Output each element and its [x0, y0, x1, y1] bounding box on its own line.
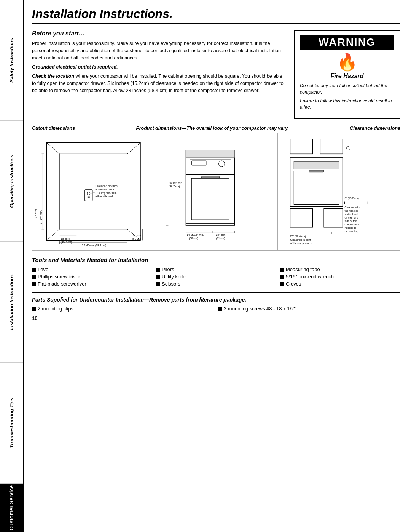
tools-section: Tools and Materials Needed for Installat…: [32, 257, 400, 287]
tool-measuring-tape: Measuring tape: [280, 266, 400, 273]
svg-rect-6: [85, 190, 92, 201]
tool-gloves: Gloves: [280, 281, 400, 287]
tool-bullet: [32, 275, 36, 279]
before-start-intro: Proper installation is your responsibili…: [32, 40, 285, 61]
tool-bullet: [156, 275, 160, 279]
svg-rect-56: [294, 171, 339, 205]
sidebar-label-safety: Safety Instructions: [9, 38, 14, 83]
part-mounting-screws: 2 mounting screws #8 - 18 x 1/2″: [218, 306, 400, 312]
tools-title: Tools and Materials Needed for Installat…: [32, 257, 400, 263]
svg-text:Clearance in front: Clearance in front: [290, 238, 311, 241]
svg-text:either side wall.: either side wall.: [96, 195, 114, 198]
svg-rect-31: [186, 150, 235, 158]
svg-text:the nearest: the nearest: [344, 209, 358, 212]
svg-rect-33: [192, 161, 207, 165]
tool-level: Level: [32, 266, 152, 273]
tool-measuring-tape-label: Measuring tape: [286, 267, 320, 272]
svg-text:(7.6 cm) min. from: (7.6 cm) min. from: [96, 192, 117, 195]
sidebar-section-customer: Customer Service: [0, 484, 23, 532]
svg-text:(61 cm): (61 cm): [216, 237, 225, 240]
sidebar-label-operating: Operating Instructions: [9, 155, 14, 208]
location-text: Check the location where your compactor …: [32, 73, 285, 94]
main-content: Installation Instructions. Before you st…: [24, 0, 411, 532]
svg-text:of the compactor is: of the compactor is: [290, 242, 312, 245]
svg-text:(87 cm): (87 cm): [35, 209, 37, 218]
clearance-dimensions-label: Clearance dimensions: [350, 126, 400, 131]
clearance-diagram-svg: 23" (58.4 cm) Clearance in front of the …: [280, 135, 398, 248]
svg-text:(45.7 cm): (45.7 cm): [61, 241, 72, 244]
before-start-section: Before you start… Proper installation is…: [32, 30, 400, 119]
parts-title: Parts Supplied for Undercounter Installa…: [32, 297, 400, 303]
tools-grid: Level Pliers Measuring tape Phillips scr…: [32, 266, 400, 287]
tool-gloves-label: Gloves: [286, 281, 301, 287]
tool-bullet: [280, 275, 284, 279]
svg-rect-52: [290, 139, 312, 154]
svg-line-14: [92, 192, 95, 193]
tool-bullet: [280, 282, 284, 286]
svg-text:34-1/8" min.: 34-1/8" min.: [169, 182, 183, 184]
tool-utility-knife: Utility knife: [156, 273, 276, 280]
tool-bullet: [32, 268, 36, 272]
svg-rect-59: [324, 209, 342, 227]
part-mounting-clips: 2 mounting clips: [32, 306, 214, 312]
warning-text1: Do not let any item fall or collect behi…: [300, 83, 394, 96]
sidebar-label-installation: Installation Instructions: [9, 274, 14, 330]
svg-text:18" min.: 18" min.: [61, 237, 70, 240]
parts-grid: 2 mounting clips 2 mounting screws #8 - …: [32, 306, 400, 312]
tool-phillips: Phillips screwdriver: [32, 273, 152, 280]
svg-rect-32: [190, 160, 231, 173]
before-start-title: Before you start…: [32, 30, 285, 37]
tool-box-end-wrench: 5/16″ box-end wrench: [280, 273, 400, 280]
parts-section: Parts Supplied for Undercounter Installa…: [32, 292, 400, 312]
before-start-text: Before you start… Proper installation is…: [32, 30, 285, 119]
svg-rect-53: [320, 139, 342, 154]
svg-point-7: [87, 192, 90, 195]
svg-rect-37: [201, 176, 220, 178]
svg-text:outlet must be 3": outlet must be 3": [96, 188, 115, 191]
svg-rect-58: [290, 209, 312, 227]
svg-rect-55: [294, 161, 339, 169]
part-bullet: [218, 307, 222, 311]
sidebar: Safety Instructions Operating Instructio…: [0, 0, 24, 532]
svg-text:compactor is: compactor is: [344, 223, 360, 226]
svg-rect-30: [186, 150, 235, 225]
part-mounting-screws-label: 2 mounting screws #8 - 18 x 1/2″: [224, 306, 296, 312]
svg-point-61: [346, 147, 350, 150]
sidebar-label-customer: Customer Service: [8, 484, 15, 532]
cutout-diagram-svg: Grounded electrical outlet must be 3" (7…: [35, 135, 152, 248]
tool-bullet: [280, 268, 284, 272]
svg-line-2: [127, 143, 140, 154]
fire-icon: 🔥: [337, 54, 358, 70]
svg-rect-36: [192, 179, 229, 220]
warning-box: WARNING 🔥 Fire Hazard Do not let any ite…: [294, 30, 400, 119]
svg-line-1: [46, 143, 60, 154]
svg-rect-0: [46, 143, 140, 241]
tool-level-label: Level: [38, 267, 49, 272]
sidebar-section-installation: Installation Instructions: [0, 242, 23, 363]
svg-text:(38 cm): (38 cm): [189, 237, 198, 240]
svg-line-3: [46, 229, 60, 241]
cutout-diagram-panel: Grounded electrical outlet must be 3" (7…: [32, 133, 155, 250]
svg-rect-35: [186, 175, 235, 224]
svg-text:24" min.: 24" min.: [216, 234, 226, 236]
dimensions-header: Cutout dimensions Product dimensions—The…: [32, 126, 400, 131]
product-diagram-svg: 34-1/8" min. (86.7 cm) 14-15/16" min. (3…: [157, 135, 275, 248]
clearance-diagram-panel: 23" (58.4 cm) Clearance in front of the …: [278, 133, 400, 250]
tool-scissors-label: Scissors: [162, 281, 180, 287]
svg-text:23" (58.4 cm): 23" (58.4 cm): [290, 235, 306, 238]
svg-rect-5: [60, 154, 127, 229]
sidebar-label-troubleshooting: Troubleshooting Tips: [9, 398, 14, 448]
warning-title: WARNING: [300, 35, 394, 50]
svg-text:remove bag.: remove bag.: [344, 230, 359, 233]
sidebar-section-operating: Operating Instructions: [0, 121, 23, 241]
svg-text:needed to: needed to: [344, 227, 356, 229]
tool-utility-knife-label: Utility knife: [162, 274, 186, 280]
svg-point-34: [219, 161, 225, 167]
tool-bullet: [156, 282, 160, 286]
product-diagram-panel: 34-1/8" min. (86.7 cm) 14-15/16" min. (3…: [155, 133, 277, 250]
tool-bullet: [156, 268, 160, 272]
tool-flat-blade: Flat-blade screwdriver: [32, 281, 152, 287]
tool-box-end-wrench-label: 5/16″ box-end wrench: [286, 274, 334, 280]
tool-pliers-label: Pliers: [162, 267, 174, 272]
svg-text:on the right: on the right: [344, 216, 358, 219]
